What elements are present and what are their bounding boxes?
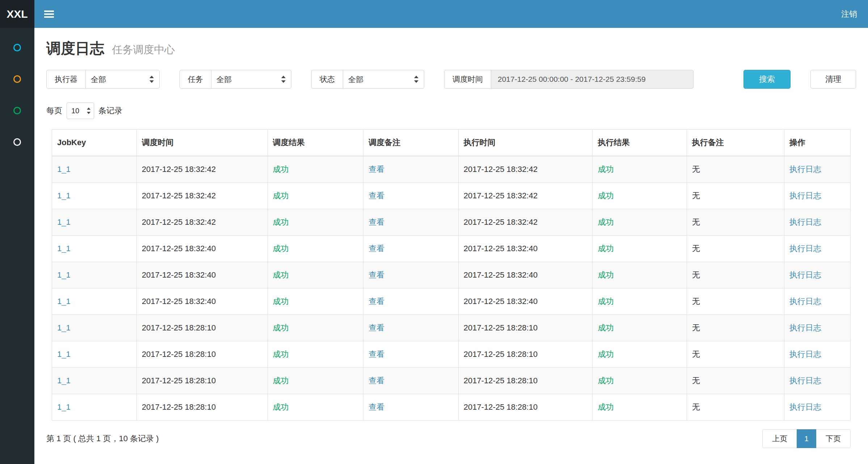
jobkey-link[interactable]: 1_1 bbox=[57, 270, 71, 279]
view-msg-link[interactable]: 查看 bbox=[368, 218, 384, 227]
jobkey-link[interactable]: 1_1 bbox=[57, 350, 71, 359]
table-cell: 执行日志 bbox=[784, 262, 850, 288]
table-cell: 1_1 bbox=[52, 368, 137, 394]
table-cell: 成功 bbox=[267, 183, 363, 209]
column-header: JobKey bbox=[52, 130, 137, 156]
table-cell: 成功 bbox=[593, 394, 687, 421]
current-page-button[interactable]: 1 bbox=[797, 429, 816, 448]
jobkey-link[interactable]: 1_1 bbox=[57, 376, 71, 385]
execute-log-link[interactable]: 执行日志 bbox=[789, 244, 821, 253]
table-cell: 2017-12-25 18:32:40 bbox=[136, 288, 267, 315]
handle-msg-text: 无 bbox=[692, 297, 700, 306]
table-cell: 无 bbox=[687, 236, 784, 262]
next-page-button[interactable]: 下页 bbox=[816, 429, 851, 448]
execute-log-link[interactable]: 执行日志 bbox=[789, 323, 821, 332]
execute-log-link[interactable]: 执行日志 bbox=[789, 218, 821, 227]
jobkey-link[interactable]: 1_1 bbox=[57, 323, 71, 332]
column-header: 调度结果 bbox=[267, 130, 363, 156]
handle-msg-text: 无 bbox=[692, 270, 700, 279]
handle-msg-text: 无 bbox=[692, 218, 700, 227]
table-cell: 成功 bbox=[267, 341, 363, 368]
table-cell: 查看 bbox=[363, 209, 459, 236]
table-cell: 成功 bbox=[267, 368, 363, 394]
handle-time-text: 2017-12-25 18:32:40 bbox=[464, 270, 538, 279]
table-cell: 无 bbox=[687, 183, 784, 209]
table-cell: 成功 bbox=[593, 315, 687, 341]
table-cell: 成功 bbox=[593, 156, 687, 183]
handle-result-badge: 成功 bbox=[598, 350, 614, 359]
execute-log-link[interactable]: 执行日志 bbox=[789, 165, 821, 174]
view-msg-link[interactable]: 查看 bbox=[368, 350, 384, 359]
handle-result-badge: 成功 bbox=[598, 270, 614, 279]
table-cell: 查看 bbox=[363, 183, 459, 209]
handle-time-text: 2017-12-25 18:32:40 bbox=[464, 297, 538, 306]
view-msg-link[interactable]: 查看 bbox=[368, 402, 384, 412]
table-cell: 执行日志 bbox=[784, 315, 850, 341]
execute-log-link[interactable]: 执行日志 bbox=[789, 297, 821, 306]
job-select[interactable]: 全部 bbox=[211, 70, 291, 89]
view-msg-link[interactable]: 查看 bbox=[368, 297, 384, 306]
sidebar-item-1[interactable] bbox=[0, 32, 34, 63]
trigger-time-text: 2017-12-25 18:32:40 bbox=[142, 270, 216, 279]
table-cell: 查看 bbox=[363, 394, 459, 421]
view-msg-link[interactable]: 查看 bbox=[368, 165, 384, 174]
page-subtitle: 任务调度中心 bbox=[112, 44, 175, 55]
jobkey-link[interactable]: 1_1 bbox=[57, 244, 71, 253]
view-msg-link[interactable]: 查看 bbox=[368, 244, 384, 253]
status-select[interactable]: 全部 bbox=[343, 70, 424, 89]
table-cell: 无 bbox=[687, 315, 784, 341]
table-cell: 2017-12-25 18:28:10 bbox=[136, 394, 267, 421]
column-header: 操作 bbox=[784, 130, 850, 156]
search-button[interactable]: 搜索 bbox=[743, 70, 791, 89]
sidebar-item-4[interactable] bbox=[0, 126, 34, 158]
table-cell: 执行日志 bbox=[784, 368, 850, 394]
navbar: 注销 bbox=[34, 0, 868, 28]
trigger-time-text: 2017-12-25 18:28:10 bbox=[142, 402, 216, 412]
table-cell: 2017-12-25 18:32:42 bbox=[136, 209, 267, 236]
execute-log-link[interactable]: 执行日志 bbox=[789, 376, 821, 385]
prev-page-button[interactable]: 上页 bbox=[762, 429, 797, 448]
table-row: 1_12017-12-25 18:28:10成功查看2017-12-25 18:… bbox=[52, 315, 851, 341]
execute-log-link[interactable]: 执行日志 bbox=[789, 402, 821, 412]
table-cell: 执行日志 bbox=[784, 288, 850, 315]
execute-log-link[interactable]: 执行日志 bbox=[789, 191, 821, 200]
executor-select-box: 全部 bbox=[85, 70, 160, 89]
time-range-input[interactable] bbox=[491, 70, 694, 89]
table-cell: 1_1 bbox=[52, 315, 137, 341]
table-cell: 2017-12-25 18:32:42 bbox=[458, 209, 593, 236]
table-cell: 查看 bbox=[363, 236, 459, 262]
content-wrapper: 调度日志 任务调度中心 执行器 全部 任务 全部 bbox=[34, 28, 868, 464]
jobkey-link[interactable]: 1_1 bbox=[57, 402, 71, 412]
clear-button[interactable]: 清理 bbox=[810, 70, 856, 89]
logout-link[interactable]: 注销 bbox=[830, 0, 868, 28]
jobkey-link[interactable]: 1_1 bbox=[57, 191, 71, 200]
table-cell: 2017-12-25 18:28:10 bbox=[458, 315, 593, 341]
job-select-box: 全部 bbox=[211, 70, 291, 89]
sidebar-item-3[interactable] bbox=[0, 95, 34, 126]
table-cell: 成功 bbox=[593, 209, 687, 236]
column-header: 调度备注 bbox=[363, 130, 459, 156]
page-size-select[interactable]: 10 bbox=[67, 102, 94, 119]
filter-trigger-time: 调度时间 bbox=[444, 70, 694, 89]
view-msg-link[interactable]: 查看 bbox=[368, 323, 384, 332]
view-msg-link[interactable]: 查看 bbox=[368, 376, 384, 385]
table-row: 1_12017-12-25 18:28:10成功查看2017-12-25 18:… bbox=[52, 394, 851, 421]
execute-log-link[interactable]: 执行日志 bbox=[789, 270, 821, 279]
view-msg-link[interactable]: 查看 bbox=[368, 191, 384, 200]
sidebar-item-2[interactable] bbox=[0, 63, 34, 95]
trigger-time-text: 2017-12-25 18:28:10 bbox=[142, 376, 216, 385]
trigger-result-badge: 成功 bbox=[273, 218, 289, 227]
executor-select[interactable]: 全部 bbox=[85, 70, 160, 89]
brand-logo[interactable]: XXL bbox=[0, 0, 34, 28]
jobkey-link[interactable]: 1_1 bbox=[57, 218, 71, 227]
execute-log-link[interactable]: 执行日志 bbox=[789, 350, 821, 359]
jobkey-link[interactable]: 1_1 bbox=[57, 297, 71, 306]
table-cell: 2017-12-25 18:32:40 bbox=[136, 236, 267, 262]
jobkey-link[interactable]: 1_1 bbox=[57, 165, 71, 174]
table-row: 1_12017-12-25 18:32:42成功查看2017-12-25 18:… bbox=[52, 156, 851, 183]
sidebar-toggle-button[interactable] bbox=[34, 0, 64, 28]
view-msg-link[interactable]: 查看 bbox=[368, 270, 384, 279]
trigger-time-text: 2017-12-25 18:32:42 bbox=[142, 218, 216, 227]
table-cell: 成功 bbox=[267, 288, 363, 315]
table-cell: 查看 bbox=[363, 288, 459, 315]
